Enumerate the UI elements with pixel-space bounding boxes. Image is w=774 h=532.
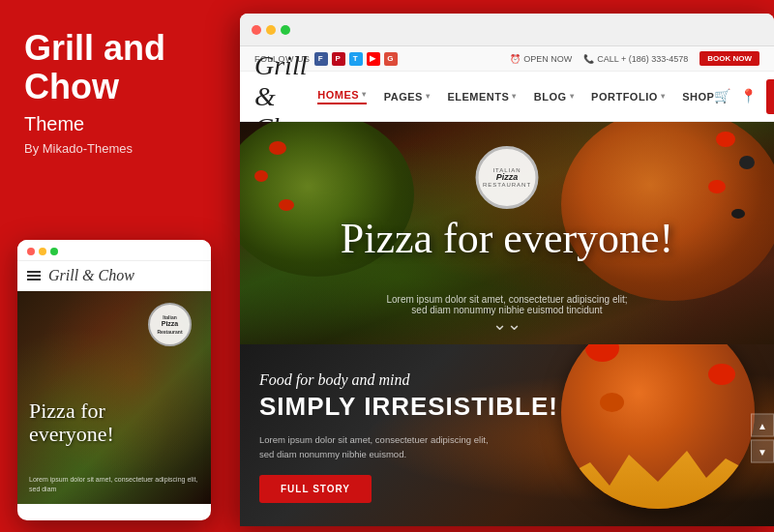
second-title: SIMPLY IRRESISTIBLE! xyxy=(259,393,755,421)
nav-shop[interactable]: SHOP xyxy=(682,91,714,103)
theme-title: Grill and Chow xyxy=(24,29,216,105)
olive-1 xyxy=(739,156,755,169)
browser-dot-yellow xyxy=(266,25,276,35)
chevron-down-icon: ▾ xyxy=(570,92,575,101)
nav-right: 🛒 📍 QUICK ORDER xyxy=(714,79,774,114)
mobile-dot-green xyxy=(50,248,58,255)
tomato-decoration-1 xyxy=(269,141,286,155)
nav-elements[interactable]: ELEMENTS ▾ xyxy=(447,91,516,103)
mobile-badge-text: Italian Pizza Restaurant xyxy=(157,314,182,334)
hero-description: Lorem ipsum dolor sit amet, consectetuer… xyxy=(386,294,627,315)
second-description: Lorem ipsum dolor sit amet, consectetuer… xyxy=(259,432,491,461)
mobile-dot-yellow xyxy=(39,248,46,255)
hero-badge-sub: RESTAURANT xyxy=(483,182,531,188)
tomato-decoration-3 xyxy=(279,199,294,211)
mobile-badge: Italian Pizza Restaurant xyxy=(148,303,192,346)
chevron-down-icon: ▾ xyxy=(362,90,367,99)
book-now-button[interactable]: BOOK NOW xyxy=(700,51,759,66)
phone-text: CALL + (186) 333-4578 xyxy=(597,54,688,64)
location-icon[interactable]: 📍 xyxy=(740,88,757,104)
hero-badge: Italian Pizza RESTAURANT xyxy=(476,146,539,209)
pepperoni-1 xyxy=(716,132,735,147)
website-content: FOLLOW US f P t ▶ g ⏰ OPEN NOW 📞 CALL + … xyxy=(240,46,774,526)
olive-2 xyxy=(731,209,745,219)
mobile-titlebar xyxy=(17,240,211,261)
left-panel: Grill and Chow Theme By Mikado-Themes Gr… xyxy=(0,0,240,532)
tomato-decoration-2 xyxy=(254,170,268,182)
googleplus-icon[interactable]: g xyxy=(384,52,398,66)
pinterest-icon[interactable]: P xyxy=(332,52,345,66)
chevron-down-icon: ▾ xyxy=(426,92,431,101)
side-controls: ▲ ▼ xyxy=(751,414,774,463)
chevron-down-icon: ▾ xyxy=(661,92,666,101)
phone-info: 📞 CALL + (186) 333-4578 xyxy=(583,54,688,64)
side-control-top[interactable]: ▲ xyxy=(751,414,774,437)
open-now-info: ⏰ OPEN NOW xyxy=(510,54,572,64)
mobile-hero-text: Lorem ipsum dolor sit amet, consectetuer… xyxy=(29,475,199,494)
mobile-hero: Italian Pizza Restaurant Pizza foreveryo… xyxy=(17,291,211,504)
quick-order-button[interactable]: QUICK ORDER xyxy=(766,79,774,114)
nav-homes[interactable]: HOMES ▾ xyxy=(317,89,366,104)
browser-dot-red xyxy=(252,25,261,35)
open-now-text: OPEN NOW xyxy=(523,54,572,64)
scroll-down-arrow[interactable]: ⌄⌄ xyxy=(492,313,521,335)
browser-window: FOLLOW US f P t ▶ g ⏰ OPEN NOW 📞 CALL + … xyxy=(240,14,774,526)
main-nav: Grill & Chow HOMES ▾ PAGES ▾ ELEMENTS ▾ … xyxy=(240,72,774,122)
mobile-logo: Grill & Chow xyxy=(48,267,134,284)
hero-badge-inner: Italian Pizza RESTAURANT xyxy=(483,167,531,189)
nav-portfolio[interactable]: PORTFOLIO ▾ xyxy=(591,91,665,103)
nav-links: HOMES ▾ PAGES ▾ ELEMENTS ▾ BLOG ▾ PORTFO… xyxy=(317,89,714,104)
phone-icon: 📞 xyxy=(583,54,594,64)
pepperoni-2 xyxy=(708,180,726,193)
mobile-dot-red xyxy=(27,248,35,255)
hamburger-icon[interactable] xyxy=(27,271,41,281)
mobile-nav: Grill & Chow xyxy=(17,261,211,291)
full-story-button[interactable]: FULL STORY xyxy=(259,475,372,503)
cart-icon[interactable]: 🛒 xyxy=(714,88,730,104)
mobile-preview: Grill & Chow Italian Pizza Restaurant Pi… xyxy=(17,240,211,520)
second-content: Food for body and mind SIMPLY IRRESISTIB… xyxy=(240,344,774,526)
youtube-icon[interactable]: ▶ xyxy=(367,52,380,66)
top-right-info: ⏰ OPEN NOW 📞 CALL + (186) 333-4578 BOOK … xyxy=(510,51,759,66)
browser-dot-green xyxy=(281,25,290,35)
side-control-bottom[interactable]: ▼ xyxy=(751,440,774,463)
twitter-icon[interactable]: t xyxy=(349,52,363,66)
browser-titlebar xyxy=(240,14,774,46)
chevron-down-icon: ▾ xyxy=(512,92,517,101)
hero-section: Italian Pizza RESTAURANT Pizza for every… xyxy=(240,122,774,344)
second-subtitle: Food for body and mind xyxy=(259,371,755,389)
clock-icon: ⏰ xyxy=(510,54,521,64)
theme-author: By Mikado-Themes xyxy=(24,141,216,156)
top-info-bar: FOLLOW US f P t ▶ g ⏰ OPEN NOW 📞 CALL + … xyxy=(240,46,774,72)
nav-blog[interactable]: BLOG ▾ xyxy=(534,91,574,103)
second-section: Food for body and mind SIMPLY IRRESISTIB… xyxy=(240,344,774,526)
hero-title: Pizza for everyone! xyxy=(341,214,673,263)
theme-subtitle: Theme xyxy=(24,113,216,135)
mobile-hero-title: Pizza foreveryone! xyxy=(29,399,114,446)
hero-badge-main: Pizza xyxy=(483,173,531,183)
nav-pages[interactable]: PAGES ▾ xyxy=(384,91,431,103)
